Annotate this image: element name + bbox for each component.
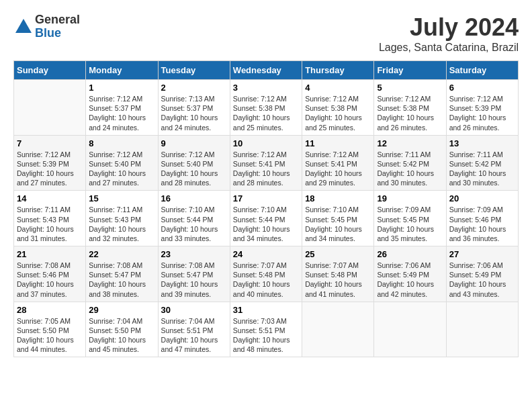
day-number: 17 xyxy=(233,193,299,203)
day-number: 14 xyxy=(17,193,83,203)
calendar-cell: 28Sunrise: 7:05 AM Sunset: 5:50 PM Dayli… xyxy=(14,302,86,357)
calendar-cell: 23Sunrise: 7:08 AM Sunset: 5:47 PM Dayli… xyxy=(158,246,230,302)
calendar-cell: 16Sunrise: 7:10 AM Sunset: 5:44 PM Dayli… xyxy=(158,191,230,246)
calendar-cell: 24Sunrise: 7:07 AM Sunset: 5:48 PM Dayli… xyxy=(230,246,302,302)
day-number: 4 xyxy=(305,83,371,93)
day-info: Sunrise: 7:10 AM Sunset: 5:44 PM Dayligh… xyxy=(233,205,299,243)
weekday-header-saturday: Saturday xyxy=(446,61,518,80)
weekday-header-tuesday: Tuesday xyxy=(158,61,230,80)
day-number: 31 xyxy=(233,305,299,315)
month-title: July 2024 xyxy=(379,13,519,42)
calendar-week-row: 28Sunrise: 7:05 AM Sunset: 5:50 PM Dayli… xyxy=(14,302,519,357)
day-info: Sunrise: 7:09 AM Sunset: 5:46 PM Dayligh… xyxy=(449,205,515,243)
day-number: 25 xyxy=(305,249,371,259)
day-number: 9 xyxy=(161,138,227,148)
day-info: Sunrise: 7:12 AM Sunset: 5:39 PM Dayligh… xyxy=(17,150,83,188)
page-header: General Blue July 2024 Lages, Santa Cata… xyxy=(13,13,519,54)
day-info: Sunrise: 7:11 AM Sunset: 5:42 PM Dayligh… xyxy=(377,150,443,188)
day-number: 2 xyxy=(161,83,227,93)
day-number: 27 xyxy=(449,249,515,259)
day-number: 24 xyxy=(233,249,299,259)
day-info: Sunrise: 7:04 AM Sunset: 5:50 PM Dayligh… xyxy=(89,316,154,355)
calendar-cell: 8Sunrise: 7:12 AM Sunset: 5:40 PM Daylig… xyxy=(86,135,158,191)
logo: General Blue xyxy=(13,13,80,40)
weekday-header-friday: Friday xyxy=(374,61,446,80)
calendar-cell: 1Sunrise: 7:12 AM Sunset: 5:37 PM Daylig… xyxy=(86,80,158,136)
day-info: Sunrise: 7:05 AM Sunset: 5:50 PM Dayligh… xyxy=(17,316,83,355)
day-number: 1 xyxy=(89,83,154,93)
location-subtitle: Lages, Santa Catarina, Brazil xyxy=(379,42,519,54)
calendar-cell: 2Sunrise: 7:13 AM Sunset: 5:37 PM Daylig… xyxy=(158,80,230,136)
calendar-cell: 11Sunrise: 7:12 AM Sunset: 5:41 PM Dayli… xyxy=(302,135,374,191)
calendar-week-row: 7Sunrise: 7:12 AM Sunset: 5:39 PM Daylig… xyxy=(14,135,519,191)
day-number: 10 xyxy=(233,138,299,148)
calendar-cell: 15Sunrise: 7:11 AM Sunset: 5:43 PM Dayli… xyxy=(86,191,158,246)
calendar-cell: 20Sunrise: 7:09 AM Sunset: 5:46 PM Dayli… xyxy=(446,191,518,246)
calendar-cell: 27Sunrise: 7:06 AM Sunset: 5:49 PM Dayli… xyxy=(446,246,518,302)
calendar-week-row: 14Sunrise: 7:11 AM Sunset: 5:43 PM Dayli… xyxy=(14,191,519,246)
calendar-cell xyxy=(446,302,518,357)
weekday-header-wednesday: Wednesday xyxy=(230,61,302,80)
weekday-header-monday: Monday xyxy=(86,61,158,80)
calendar-cell: 29Sunrise: 7:04 AM Sunset: 5:50 PM Dayli… xyxy=(86,302,158,357)
day-info: Sunrise: 7:10 AM Sunset: 5:44 PM Dayligh… xyxy=(161,205,227,243)
day-info: Sunrise: 7:07 AM Sunset: 5:48 PM Dayligh… xyxy=(305,261,371,299)
day-info: Sunrise: 7:08 AM Sunset: 5:47 PM Dayligh… xyxy=(89,261,154,299)
weekday-header-thursday: Thursday xyxy=(302,61,374,80)
day-info: Sunrise: 7:12 AM Sunset: 5:39 PM Dayligh… xyxy=(449,94,515,132)
day-number: 22 xyxy=(89,249,154,259)
day-number: 23 xyxy=(161,249,227,259)
day-info: Sunrise: 7:11 AM Sunset: 5:43 PM Dayligh… xyxy=(17,205,83,243)
day-number: 12 xyxy=(377,138,443,148)
calendar-cell: 3Sunrise: 7:12 AM Sunset: 5:38 PM Daylig… xyxy=(230,80,302,136)
day-info: Sunrise: 7:08 AM Sunset: 5:47 PM Dayligh… xyxy=(161,261,227,299)
day-number: 30 xyxy=(161,305,227,315)
day-number: 5 xyxy=(377,83,443,93)
day-info: Sunrise: 7:08 AM Sunset: 5:46 PM Dayligh… xyxy=(17,261,83,299)
day-info: Sunrise: 7:12 AM Sunset: 5:40 PM Dayligh… xyxy=(89,150,154,188)
calendar-cell: 7Sunrise: 7:12 AM Sunset: 5:39 PM Daylig… xyxy=(14,135,86,191)
day-number: 3 xyxy=(233,83,299,93)
calendar-cell: 25Sunrise: 7:07 AM Sunset: 5:48 PM Dayli… xyxy=(302,246,374,302)
day-info: Sunrise: 7:03 AM Sunset: 5:51 PM Dayligh… xyxy=(233,316,299,355)
calendar-cell: 6Sunrise: 7:12 AM Sunset: 5:39 PM Daylig… xyxy=(446,80,518,136)
day-number: 26 xyxy=(377,249,443,259)
day-info: Sunrise: 7:11 AM Sunset: 5:43 PM Dayligh… xyxy=(89,205,154,243)
day-number: 8 xyxy=(89,138,154,148)
day-info: Sunrise: 7:06 AM Sunset: 5:49 PM Dayligh… xyxy=(377,261,443,299)
day-number: 28 xyxy=(17,305,83,315)
day-info: Sunrise: 7:09 AM Sunset: 5:45 PM Dayligh… xyxy=(377,205,443,243)
calendar-cell: 17Sunrise: 7:10 AM Sunset: 5:44 PM Dayli… xyxy=(230,191,302,246)
day-number: 11 xyxy=(305,138,371,148)
title-block: July 2024 Lages, Santa Catarina, Brazil xyxy=(379,13,519,54)
day-number: 18 xyxy=(305,193,371,203)
calendar-cell: 26Sunrise: 7:06 AM Sunset: 5:49 PM Dayli… xyxy=(374,246,446,302)
calendar-cell: 9Sunrise: 7:12 AM Sunset: 5:40 PM Daylig… xyxy=(158,135,230,191)
day-info: Sunrise: 7:13 AM Sunset: 5:37 PM Dayligh… xyxy=(161,94,227,132)
day-number: 15 xyxy=(89,193,154,203)
day-number: 16 xyxy=(161,193,227,203)
day-info: Sunrise: 7:12 AM Sunset: 5:40 PM Dayligh… xyxy=(161,150,227,188)
day-info: Sunrise: 7:12 AM Sunset: 5:38 PM Dayligh… xyxy=(377,94,443,132)
calendar-cell: 4Sunrise: 7:12 AM Sunset: 5:38 PM Daylig… xyxy=(302,80,374,136)
day-info: Sunrise: 7:12 AM Sunset: 5:38 PM Dayligh… xyxy=(233,94,299,132)
day-info: Sunrise: 7:06 AM Sunset: 5:49 PM Dayligh… xyxy=(449,261,515,299)
day-info: Sunrise: 7:12 AM Sunset: 5:38 PM Dayligh… xyxy=(305,94,371,132)
day-info: Sunrise: 7:11 AM Sunset: 5:42 PM Dayligh… xyxy=(449,150,515,188)
calendar-cell: 22Sunrise: 7:08 AM Sunset: 5:47 PM Dayli… xyxy=(86,246,158,302)
day-number: 13 xyxy=(449,138,515,148)
day-number: 6 xyxy=(449,83,515,93)
day-number: 29 xyxy=(89,305,154,315)
calendar-cell: 13Sunrise: 7:11 AM Sunset: 5:42 PM Dayli… xyxy=(446,135,518,191)
calendar-cell xyxy=(374,302,446,357)
calendar-cell xyxy=(302,302,374,357)
logo-blue-text: Blue xyxy=(35,27,80,40)
day-number: 21 xyxy=(17,249,83,259)
calendar-cell: 5Sunrise: 7:12 AM Sunset: 5:38 PM Daylig… xyxy=(374,80,446,136)
calendar-table: SundayMondayTuesdayWednesdayThursdayFrid… xyxy=(13,60,519,357)
svg-marker-0 xyxy=(15,19,32,33)
day-info: Sunrise: 7:07 AM Sunset: 5:48 PM Dayligh… xyxy=(233,261,299,299)
day-info: Sunrise: 7:12 AM Sunset: 5:41 PM Dayligh… xyxy=(233,150,299,188)
day-info: Sunrise: 7:10 AM Sunset: 5:45 PM Dayligh… xyxy=(305,205,371,243)
calendar-cell: 14Sunrise: 7:11 AM Sunset: 5:43 PM Dayli… xyxy=(14,191,86,246)
